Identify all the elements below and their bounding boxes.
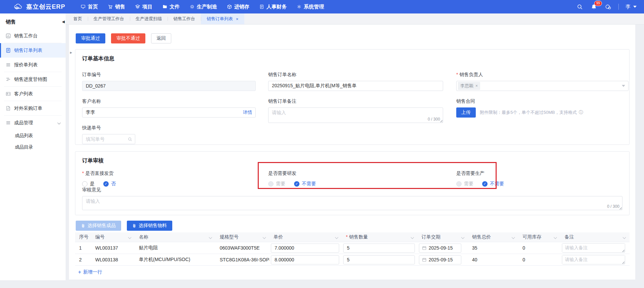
radio-need-prod-no[interactable]: 不需要 (482, 181, 504, 187)
qty-input[interactable] (344, 244, 415, 252)
filter-chevron-icon[interactable] (623, 235, 626, 239)
filter-chevron-icon[interactable] (554, 235, 557, 239)
filter-chevron-icon[interactable] (263, 235, 266, 239)
price-input[interactable] (271, 244, 339, 252)
sidebar-item-sales-gantt[interactable]: 销售进度甘特图 (0, 72, 66, 87)
tab-production-workbench[interactable]: 生产管理工作台 (88, 13, 130, 24)
col-date: 订单交期 (418, 232, 468, 242)
tab-home[interactable]: 首页 (68, 13, 88, 24)
calendar-icon (422, 246, 426, 250)
sidebar-item-sales-order-list[interactable]: 销售订单列表 (0, 43, 66, 58)
sidebar-item-external-purchase[interactable]: 对外采购订单 (0, 101, 66, 116)
tab-sales-workbench[interactable]: 销售工作台 (168, 13, 201, 24)
customer-name-input[interactable] (82, 108, 255, 117)
express-no-input[interactable] (82, 134, 135, 144)
resize-handle[interactable] (439, 119, 442, 122)
delivery-date-picker[interactable]: 2025-09-15 (419, 244, 461, 253)
radio-need-prod-yes[interactable]: 需要 (456, 181, 473, 187)
select-material-button[interactable]: 选择销售物料 (127, 221, 172, 231)
qty-field[interactable] (343, 244, 415, 253)
resize-handle[interactable] (621, 261, 624, 264)
section-title-review: 订单审核 (75, 152, 629, 164)
review-opinion-field[interactable]: 0 / 300 (82, 196, 622, 210)
filter-chevron-icon[interactable] (411, 235, 414, 239)
need-rd-label: 是否需要研发 (268, 170, 443, 177)
radio-need-rd-yes[interactable]: 需要 (268, 181, 285, 187)
manufacturing-icon (190, 4, 194, 9)
info-icon[interactable] (579, 109, 583, 116)
tab-close-icon[interactable] (236, 17, 239, 22)
review-opinion-textarea[interactable] (82, 196, 622, 210)
search-small-icon[interactable] (128, 137, 132, 141)
reject-button[interactable]: 审批不通过 (111, 33, 145, 43)
price-field[interactable] (271, 255, 339, 264)
express-no-field[interactable] (82, 134, 135, 144)
filter-chevron-icon[interactable] (128, 235, 132, 239)
sidebar-item-sales-workbench[interactable]: 销售工作台 (0, 29, 66, 43)
sidebar-item-product-list[interactable]: 成品列表 (0, 130, 66, 141)
order-basic-info-card: 订单基本信息 订单编号 客户名称 详情 快递单号 销售订单名称 (75, 49, 630, 145)
radio-disabled-icon (456, 181, 462, 187)
order-remark-field[interactable]: 0 / 300 (268, 107, 443, 123)
sidebar-item-quote-list[interactable]: 报价单列表 (0, 58, 66, 72)
sidebar-item-customer-list[interactable]: 客户列表 (0, 87, 66, 101)
menu-item-files[interactable]: 文件 (163, 4, 180, 10)
order-remark-textarea[interactable] (269, 108, 443, 123)
price-field[interactable] (271, 244, 339, 253)
panel-expand-icon[interactable] (70, 50, 72, 55)
notifications-bell-icon[interactable]: 99 (590, 3, 598, 10)
menu-item-sales[interactable]: 销售 (108, 4, 125, 10)
qty-field[interactable] (343, 255, 415, 264)
remark-textarea[interactable] (562, 244, 625, 252)
menu-item-inventory[interactable]: 进销存 (227, 4, 249, 10)
menu-item-hr-finance[interactable]: 人事财务 (259, 4, 287, 10)
filter-chevron-icon[interactable] (335, 235, 338, 239)
remark-textarea[interactable] (562, 255, 625, 264)
filter-chevron-icon[interactable] (461, 235, 465, 239)
cell-total: 40 (468, 254, 518, 265)
search-icon[interactable] (576, 3, 583, 10)
menu-item-system[interactable]: 系统管理 (297, 4, 324, 10)
menu-item-manufacturing[interactable]: 生产制造 (190, 4, 217, 10)
remark-field[interactable] (562, 255, 625, 264)
customer-name-field[interactable]: 详情 (82, 107, 256, 118)
customer-detail-link[interactable]: 详情 (243, 109, 252, 116)
resize-handle[interactable] (621, 249, 624, 252)
user-menu[interactable]: 李 (625, 4, 637, 10)
sidebar-item-product-catalog[interactable]: 成品目录 (0, 141, 66, 153)
radio-direct-ship-no[interactable]: 否 (103, 181, 116, 187)
sales-owner-select[interactable]: 李思颖 (456, 81, 629, 91)
menu-item-projects[interactable]: 项目 (135, 4, 152, 10)
sidebar-item-product-management[interactable]: 成品管理 (0, 116, 66, 130)
approve-button[interactable]: 审批通过 (76, 33, 105, 43)
approval-toolbar: 审批通过 审批不通过 返回 (76, 33, 171, 43)
customer-card-icon (6, 91, 11, 96)
filter-chevron-icon[interactable] (512, 235, 515, 239)
need-production-label: 是否需要生产 (456, 170, 629, 177)
add-row-button[interactable]: 新增一行 (78, 269, 102, 275)
radio-direct-ship-yes[interactable]: 是 (82, 181, 95, 187)
back-button[interactable]: 返回 (151, 33, 171, 43)
tab-sales-order-list[interactable]: 销售订单列表 (201, 13, 244, 24)
order-remark-counter: 0 / 300 (428, 117, 440, 122)
tab-production-scan[interactable]: 生产进度扫描 (130, 13, 168, 24)
menu-item-home[interactable]: 首页 (81, 4, 98, 10)
resize-handle[interactable] (619, 206, 622, 210)
price-input[interactable] (271, 256, 339, 264)
order-name-input[interactable] (269, 81, 443, 91)
remark-field[interactable] (562, 243, 625, 253)
select-caret-icon (622, 85, 625, 87)
filter-chevron-icon[interactable] (209, 235, 212, 239)
need-production-options: 需要 不需要 (456, 181, 629, 187)
review-opinion-label: 审核意见 (82, 187, 622, 193)
help-service-icon[interactable] (604, 3, 612, 10)
tag-remove-icon[interactable] (475, 84, 478, 88)
qty-input[interactable] (344, 256, 415, 264)
select-product-button[interactable]: 选择销售成品 (76, 221, 121, 231)
delivery-date-picker[interactable]: 2025-09-15 (419, 255, 461, 264)
radio-need-rd-no[interactable]: 不需要 (294, 181, 316, 187)
order-name-field[interactable] (268, 81, 443, 91)
upload-button[interactable]: 上传 (456, 107, 476, 118)
radio-checked-icon (294, 181, 299, 187)
sidebar-collapse-icon[interactable] (62, 20, 65, 24)
